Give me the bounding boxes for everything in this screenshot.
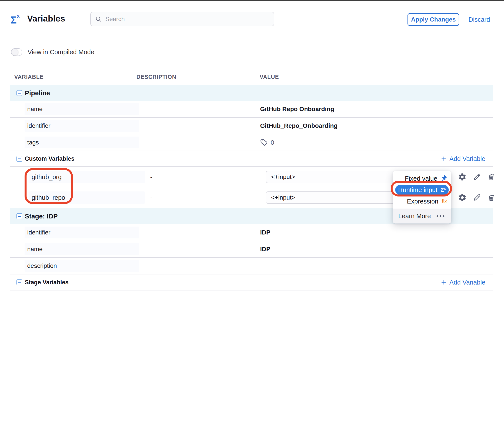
page-title: Variables — [27, 14, 65, 23]
expression-fx-icon: f(x) — [441, 198, 447, 205]
delete-variable-button[interactable] — [487, 172, 496, 182]
add-variable-button[interactable]: Add Variable — [441, 278, 485, 286]
variable-value-input[interactable]: <+input> — [266, 191, 398, 204]
edit-variable-button[interactable] — [472, 172, 481, 182]
row-value: IDP — [260, 246, 270, 253]
menu-item-expression[interactable]: Expression f(x) — [393, 196, 451, 207]
row-value: GitHub Repo Onboarding — [260, 106, 334, 113]
row-label: tags — [27, 139, 39, 146]
subsection-title: Custom Variables — [25, 155, 75, 162]
subsection-header-custom-variables: Custom Variables Add Variable — [10, 151, 493, 167]
section-title: Stage: IDP — [25, 213, 58, 220]
add-variable-button[interactable]: Add Variable — [441, 155, 485, 162]
subsection-header-stage-variables: Stage Variables Add Variable — [10, 274, 493, 290]
search-box[interactable] — [90, 12, 274, 26]
table-row-stage-description: description — [10, 258, 493, 274]
runtime-sigma-icon: Σx — [441, 187, 446, 193]
table-row-stage-name: name IDP — [10, 241, 493, 258]
row-label: name — [27, 106, 43, 113]
value-type-gear-button[interactable] — [458, 172, 467, 182]
delete-variable-button[interactable] — [487, 193, 496, 202]
row-actions — [458, 172, 496, 182]
row-label: description — [27, 262, 57, 269]
variable-description: - — [150, 194, 152, 201]
menu-item-runtime-input[interactable]: Runtime input Σx — [395, 185, 449, 195]
compiled-mode-label: View in Compiled Mode — [28, 48, 94, 56]
variable-value-input[interactable]: <+input> — [266, 171, 398, 183]
menu-item-fixed-value[interactable]: Fixed value — [393, 173, 451, 184]
variables-sigma-icon: Σx — [10, 13, 20, 25]
learn-more-link[interactable]: Learn More — [398, 213, 431, 220]
tag-icon — [260, 138, 269, 147]
variables-panel: Σx Variables Apply Changes Discard View … — [0, 0, 504, 436]
trash-icon — [487, 193, 496, 202]
search-icon — [95, 16, 102, 22]
tags-count: 0 — [271, 139, 274, 146]
row-value: GitHub_Repo_Onboarding — [260, 122, 338, 129]
more-options-dots-icon[interactable]: ••• — [436, 213, 446, 220]
collapse-minus-icon[interactable] — [17, 213, 22, 219]
plus-icon — [441, 279, 447, 286]
edit-variable-button[interactable] — [472, 193, 481, 202]
row-label: name — [27, 246, 43, 253]
row-actions — [458, 193, 496, 202]
row-value: IDP — [260, 229, 270, 236]
apply-changes-button[interactable]: Apply Changes — [407, 13, 459, 26]
row-label: identifier — [27, 229, 50, 236]
column-header-value: VALUE — [260, 74, 279, 80]
table-row-pipeline-name: name GitHub Repo Onboarding — [10, 101, 493, 118]
pin-icon — [441, 175, 447, 182]
variable-name: github_repo — [32, 194, 65, 201]
collapse-minus-icon[interactable] — [17, 279, 22, 285]
variable-description: - — [150, 173, 152, 180]
plus-icon — [441, 155, 447, 162]
variable-name-chip — [25, 137, 139, 148]
table-row-stage-identifier: identifier IDP — [10, 224, 493, 241]
trash-icon — [487, 173, 496, 181]
pencil-icon — [472, 173, 481, 181]
pencil-icon — [472, 193, 481, 202]
variable-name: github_org — [32, 173, 62, 180]
table-row-pipeline-identifier: identifier GitHub_Repo_Onboarding — [10, 118, 493, 134]
value-type-gear-button[interactable] — [458, 193, 467, 202]
compiled-mode-row: View in Compiled Mode — [11, 48, 94, 56]
subsection-title: Stage Variables — [25, 279, 69, 286]
row-label: identifier — [27, 122, 50, 129]
value-type-menu: Fixed value Runtime input Σx Expression … — [393, 171, 451, 223]
app-header: Σx Variables Apply Changes Discard — [0, 1, 504, 36]
table-column-headers: VARIABLE DESCRIPTION VALUE — [10, 73, 493, 85]
sigma-sup: x — [17, 13, 20, 19]
compiled-mode-toggle[interactable] — [11, 48, 22, 56]
toggle-knob — [12, 49, 18, 55]
tags-value: 0 — [260, 139, 274, 147]
section-title: Pipeline — [25, 89, 50, 97]
menu-footer: Learn More ••• — [393, 209, 451, 223]
discard-button[interactable]: Discard — [468, 16, 490, 23]
search-input[interactable] — [105, 16, 259, 23]
collapse-minus-icon[interactable] — [17, 156, 22, 162]
column-header-variable: VARIABLE — [14, 74, 44, 80]
collapse-minus-icon[interactable] — [17, 90, 22, 96]
scrollbar-track[interactable] — [501, 1, 501, 436]
section-header-pipeline[interactable]: Pipeline — [10, 85, 493, 101]
column-header-description: DESCRIPTION — [136, 74, 176, 80]
gear-icon — [458, 173, 467, 181]
table-row-pipeline-tags: tags 0 — [10, 134, 493, 151]
gear-icon — [458, 193, 467, 202]
